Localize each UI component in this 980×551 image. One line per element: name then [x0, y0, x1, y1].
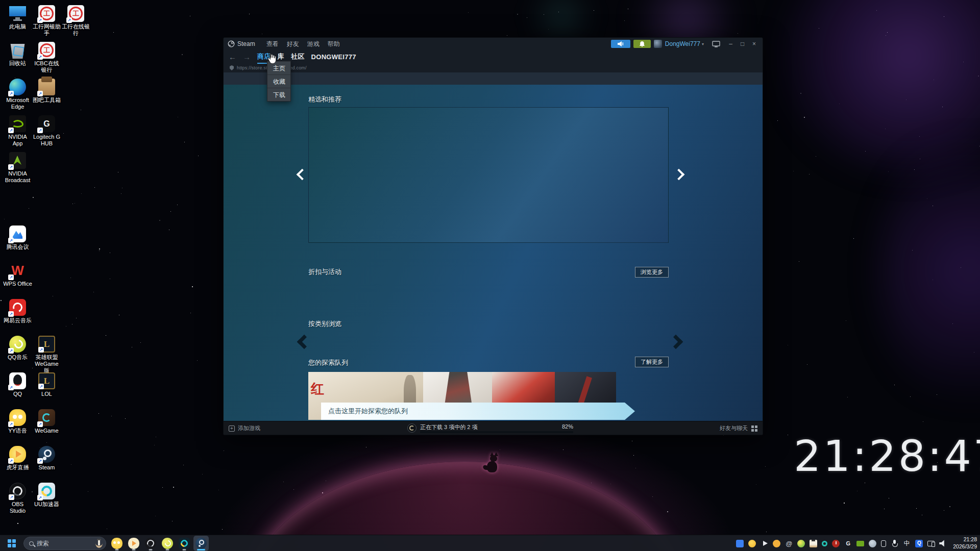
huya-tray-icon[interactable] — [773, 540, 780, 547]
friends-chat-button[interactable]: 好友与聊天 — [720, 421, 757, 435]
desktop-icon-steam[interactable]: Steam — [32, 446, 61, 483]
menu-view[interactable]: 查看 — [266, 40, 279, 48]
lighthouse-icon[interactable] — [810, 540, 817, 547]
desktop-icon-lol[interactable]: LOL — [32, 372, 61, 409]
desktop-icon-yy-voice[interactable]: YY语音 — [3, 409, 32, 446]
desktop-icon-nvidia-broadcast[interactable]: NVIDIA Broadcast — [3, 152, 32, 189]
start-button[interactable] — [7, 539, 16, 548]
icon-label: 工行在线银行 — [61, 23, 90, 37]
desktop-icon-netease-cloud-music[interactable]: 网易云音乐 — [3, 299, 32, 336]
plus-icon: + — [229, 425, 235, 432]
globe-icon[interactable] — [797, 540, 805, 547]
dropdown-item[interactable]: 收藏 — [267, 74, 290, 88]
taskbar-steam[interactable] — [193, 536, 209, 551]
steam-titlebar[interactable]: Steam 查看 好友 游戏 帮助 DongWei777 ▾ — [224, 38, 763, 50]
avatar[interactable] — [654, 40, 662, 48]
dropdown-item[interactable]: 下载 — [267, 88, 290, 101]
taskbar-search[interactable] — [23, 537, 106, 550]
desktop-icon-tencent-meeting[interactable]: 腾讯会议 — [3, 226, 32, 262]
url-bar[interactable]: https://store.steampowered.com/ — [224, 63, 763, 72]
play-icon[interactable] — [761, 540, 768, 547]
big-picture-button[interactable] — [712, 41, 720, 47]
maximize-button[interactable]: □ — [738, 38, 747, 50]
learn-more-button[interactable]: 了解更多 — [635, 357, 669, 367]
icon-label: LOL — [41, 391, 52, 397]
desktop-icon-huya-live[interactable]: 虎牙直播 — [3, 446, 32, 483]
category-next-icon[interactable] — [669, 335, 683, 349]
desktop-icon-uu-booster[interactable]: UU加速器 — [32, 483, 61, 519]
nvidia-share-icon[interactable] — [856, 541, 864, 546]
desktop-icon-microsoft-edge[interactable]: Microsoft Edge — [3, 79, 32, 115]
user-badge-icon[interactable] — [748, 540, 756, 547]
notifications-button[interactable] — [633, 40, 651, 48]
taskbar-uu[interactable] — [177, 536, 192, 551]
app-title: Steam — [237, 40, 255, 47]
back-button[interactable]: ← — [229, 53, 236, 61]
taskbar-clock[interactable]: 21:28 2026/3/29 — [953, 536, 977, 550]
close-button[interactable]: × — [750, 38, 758, 50]
taskbar: @G中Q 21:28 2026/3/29 — [0, 535, 980, 551]
taskbar-obs[interactable] — [143, 536, 158, 551]
monitor-cast-icon[interactable] — [927, 541, 935, 546]
icon-label: 工行网银助手 — [32, 23, 61, 37]
nav-library[interactable]: 库 — [278, 52, 284, 61]
desktop-icon-obs-studio[interactable]: OBS Studio — [3, 483, 32, 519]
menu-games[interactable]: 游戏 — [307, 40, 320, 48]
nav-profile[interactable]: DONGWEI777 — [311, 53, 356, 61]
featured-carousel[interactable] — [308, 107, 669, 243]
desktop-icon-nvidia-app[interactable]: NVIDIA App — [3, 115, 32, 152]
at-sign-icon[interactable]: @ — [785, 540, 793, 547]
carousel-prev-icon[interactable] — [297, 169, 308, 181]
microphone-icon[interactable] — [891, 540, 898, 547]
add-game-button[interactable]: + 添加游戏 — [229, 421, 260, 435]
desktop-icon-logitech-ghub[interactable]: Logitech G HUB — [32, 115, 61, 152]
queue-start-banner[interactable]: 点击这里开始探索您的队列 — [321, 403, 635, 420]
account-menu[interactable]: DongWei777 ▾ — [665, 40, 704, 47]
browse-more-button[interactable]: 浏览更多 — [635, 267, 669, 278]
icon-label: 虎牙直播 — [7, 464, 29, 471]
qq-input-icon[interactable]: Q — [915, 540, 923, 547]
steam-tray-icon[interactable] — [869, 540, 876, 547]
desktop-icon-wegame[interactable]: WeGame — [32, 409, 61, 446]
icon-label: 网易云音乐 — [4, 317, 32, 324]
desktop-icon-qq[interactable]: QQ — [3, 372, 32, 409]
desktop-icon-icbc-netbank-helper[interactable]: 工行网银助手 — [32, 5, 61, 42]
desktop-icon-this-pc[interactable]: 此电脑 — [3, 5, 32, 42]
monitor-icon — [712, 41, 720, 47]
taskbar-qq-music[interactable] — [160, 536, 175, 551]
taskbar-huya[interactable] — [126, 536, 141, 551]
minimize-button[interactable]: – — [726, 38, 735, 50]
speaker-icon[interactable] — [939, 540, 946, 547]
taskbar-yy[interactable] — [109, 536, 125, 551]
netease-music-icon[interactable] — [832, 540, 840, 547]
menu-friends[interactable]: 好友 — [287, 40, 299, 48]
menu-help[interactable]: 帮助 — [328, 40, 340, 48]
nav-community[interactable]: 社区 — [291, 52, 305, 61]
store-content: 精选和推荐 折扣与活动 浏览更多 按类别浏览 您的探索队列 了解更多 红 — [224, 72, 763, 422]
menu-bar: 查看 好友 游戏 帮助 — [266, 40, 340, 48]
desktop-icon-icbc-online-bank[interactable]: ICBC在线银行 — [32, 42, 61, 79]
desktop-icon-lol-wegame[interactable]: 英雄联盟WeGame版 — [32, 336, 61, 372]
search-input[interactable] — [37, 540, 84, 547]
desktop-icon-icbc-online-banking[interactable]: 工行在线银行 — [61, 5, 90, 42]
desktop-icon-wps-office[interactable]: WPS Office — [3, 262, 32, 299]
wallpaper-clock: 21:28:47 — [794, 431, 962, 481]
forward-button[interactable]: → — [243, 53, 251, 61]
usb-device-icon[interactable] — [881, 540, 886, 547]
icon-label: ICBC在线银行 — [32, 60, 61, 73]
specials-section-label: 折扣与活动 — [308, 267, 341, 277]
ime-indicator[interactable]: 中 — [903, 540, 911, 547]
carousel-next-icon[interactable] — [673, 169, 685, 181]
desktop-icon-recycle-bin[interactable]: 回收站 — [3, 42, 32, 79]
logitech-g-icon[interactable]: G — [844, 540, 852, 547]
desktop-icon-qq-music[interactable]: QQ音乐 — [3, 336, 32, 372]
app-icon — [179, 538, 190, 549]
uu-ring-icon[interactable] — [822, 541, 827, 546]
app-icon — [9, 483, 26, 499]
friends-grid-icon — [751, 425, 757, 432]
desktop-icon-tuba-toolbox[interactable]: 图吧工具箱 — [32, 79, 61, 115]
steam-logo-icon: Steam — [228, 40, 255, 47]
download-status[interactable]: 正在下载 3 项中的 2 项 82% — [407, 421, 573, 435]
announcements-button[interactable] — [611, 40, 630, 48]
wps-cloud-icon[interactable] — [736, 540, 744, 547]
